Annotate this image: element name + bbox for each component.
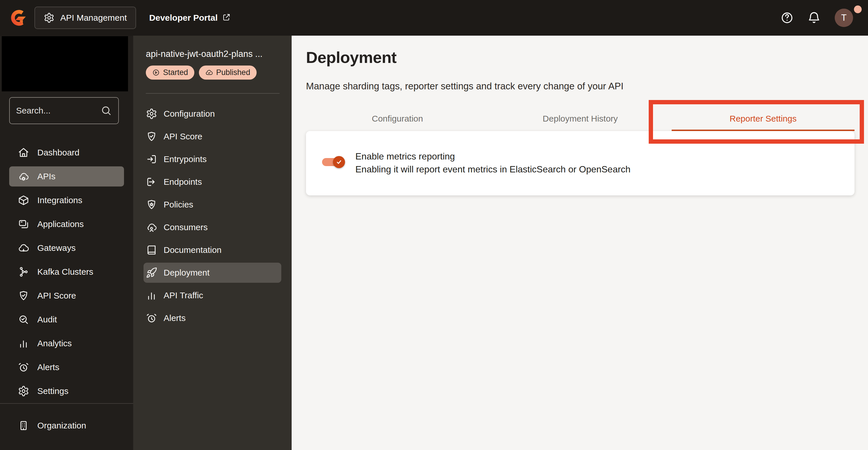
- api-sidebar: api-native-jwt-oauth2-plans ... StartedP…: [133, 36, 291, 450]
- reporter-settings-card: Enable metrics reporting Enabling it wil…: [306, 131, 855, 195]
- developer-portal-link[interactable]: Developer Portal: [149, 13, 231, 23]
- status-badge-label: Started: [163, 68, 188, 77]
- app-switcher-label: API Management: [60, 13, 127, 23]
- status-badge-published: Published: [199, 65, 257, 80]
- api-menu-item-api-score[interactable]: API Score: [144, 126, 281, 146]
- api-menu-item-configuration[interactable]: Configuration: [144, 104, 281, 124]
- bar-chart-icon: [146, 290, 157, 301]
- search-check-icon: [18, 314, 29, 325]
- sidebar-item-label: Analytics: [37, 338, 72, 348]
- developer-portal-label: Developer Portal: [149, 13, 218, 23]
- sidebar-item-integrations[interactable]: Integrations: [9, 190, 124, 210]
- page: API Management Developer Portal T Dashbo…: [0, 0, 868, 450]
- api-menu-item-label: API Traffic: [164, 290, 203, 300]
- api-menu-item-entrypoints[interactable]: Entrypoints: [144, 149, 281, 169]
- sidebar-nav: DashboardAPIsIntegrationsApplicationsGat…: [9, 143, 124, 405]
- api-menu-item-deployment[interactable]: Deployment: [144, 263, 281, 283]
- external-link-icon: [222, 13, 231, 22]
- tab-deployment-history[interactable]: Deployment History: [489, 106, 672, 131]
- gear-icon: [43, 12, 55, 23]
- api-menu-item-documentation[interactable]: Documentation: [144, 240, 281, 260]
- api-menu-item-api-traffic[interactable]: API Traffic: [144, 285, 281, 306]
- sidebar-item-label: Alerts: [37, 362, 59, 372]
- rocket-icon: [146, 267, 157, 278]
- toggle-description: Enabling it will report event metrics in…: [355, 163, 631, 176]
- gear-icon: [146, 108, 157, 119]
- search-icon: [100, 105, 112, 116]
- toggle-text: Enable metrics reporting Enabling it wil…: [355, 150, 631, 176]
- arrow-out-box-icon: [146, 176, 157, 188]
- help-button[interactable]: [780, 11, 794, 25]
- home-icon: [18, 147, 29, 158]
- tab-reporter-settings[interactable]: Reporter Settings: [672, 106, 855, 131]
- tab-configuration[interactable]: Configuration: [306, 106, 489, 131]
- api-status-badges: StartedPublished: [146, 65, 257, 80]
- alarm-clock-icon: [146, 312, 157, 324]
- sidebar-item-audit[interactable]: Audit: [9, 309, 124, 330]
- check-icon: [335, 158, 343, 166]
- sidebar-item-label: Gateways: [37, 243, 75, 253]
- sidebar-item-apis[interactable]: APIs: [9, 166, 124, 187]
- main-sidebar: DashboardAPIsIntegrationsApplicationsGat…: [0, 36, 133, 450]
- page-title: Deployment: [306, 48, 855, 67]
- sidebar-item-label: Dashboard: [37, 148, 80, 158]
- main-content: Deployment Manage sharding tags, reporte…: [291, 36, 868, 450]
- book-icon: [146, 244, 157, 256]
- api-name: api-native-jwt-oauth2-plans ...: [146, 49, 281, 59]
- gravitee-logo: [11, 8, 27, 27]
- api-menu-item-policies[interactable]: Policies: [144, 195, 281, 215]
- workspace-logo-image: [2, 36, 128, 91]
- sidebar-item-label: Audit: [37, 315, 57, 325]
- cloud-check-icon: [205, 69, 213, 77]
- sidebar-item-label: API Score: [37, 291, 76, 301]
- toggle-title: Enable metrics reporting: [355, 150, 631, 163]
- user-avatar[interactable]: T: [835, 9, 853, 27]
- shield-check-icon: [146, 131, 157, 142]
- sidebar-item-api-score[interactable]: API Score: [9, 286, 124, 306]
- arrow-in-box-icon: [146, 153, 157, 165]
- alarm-clock-icon: [18, 362, 29, 373]
- sidebar-search: [9, 97, 119, 124]
- api-menu-item-endpoints[interactable]: Endpoints: [144, 172, 281, 192]
- topbar-actions: T: [767, 9, 853, 27]
- api-nav: ConfigurationAPI ScoreEntrypointsEndpoin…: [144, 104, 281, 331]
- sidebar-item-dashboard[interactable]: Dashboard: [9, 143, 124, 163]
- sidebar-item-gateways[interactable]: Gateways: [9, 238, 124, 258]
- search-input[interactable]: [16, 106, 100, 115]
- sidebar-item-settings[interactable]: Settings: [9, 381, 124, 401]
- api-menu-item-label: Alerts: [164, 313, 186, 323]
- api-menu-item-label: API Score: [164, 132, 203, 141]
- sidebar-item-label: Organization: [37, 421, 86, 430]
- sidebar-item-label: Applications: [37, 219, 84, 229]
- sidebar-divider: [0, 403, 133, 404]
- gear-icon: [18, 385, 29, 397]
- api-menu-item-label: Entrypoints: [164, 154, 207, 164]
- bar-chart-icon: [18, 338, 29, 349]
- sidebar-item-label: APIs: [37, 172, 55, 181]
- sidebar-item-kafka-clusters[interactable]: Kafka Clusters: [9, 262, 124, 282]
- sidebar-item-alerts[interactable]: Alerts: [9, 357, 124, 377]
- cloud-cog-icon: [18, 171, 29, 182]
- app-switcher-button[interactable]: API Management: [34, 7, 136, 29]
- api-menu-item-label: Deployment: [164, 268, 210, 278]
- sidebar-footer-nav: Organization: [9, 416, 124, 439]
- cloud-user-icon: [146, 222, 157, 233]
- sidebar-item-organization[interactable]: Organization: [9, 416, 124, 435]
- sidebar-item-analytics[interactable]: Analytics: [9, 333, 124, 354]
- building-icon: [18, 420, 29, 431]
- kafka-icon: [18, 266, 29, 278]
- metrics-toggle-row: Enable metrics reporting Enabling it wil…: [322, 150, 631, 176]
- notifications-button[interactable]: [807, 11, 821, 25]
- status-badge-started: Started: [146, 65, 194, 80]
- sidebar-item-label: Settings: [37, 386, 68, 396]
- play-circle-icon: [152, 69, 160, 77]
- api-menu-item-label: Consumers: [164, 222, 208, 232]
- toggle-thumb: [333, 156, 345, 168]
- api-menu-item-consumers[interactable]: Consumers: [144, 217, 281, 237]
- sidebar-item-applications[interactable]: Applications: [9, 214, 124, 234]
- api-menu-item-alerts[interactable]: Alerts: [144, 308, 281, 328]
- status-badge-label: Published: [216, 68, 250, 77]
- top-bar: API Management Developer Portal T: [0, 0, 868, 36]
- sidebar-item-label: Kafka Clusters: [37, 267, 93, 277]
- metrics-toggle[interactable]: [322, 158, 343, 166]
